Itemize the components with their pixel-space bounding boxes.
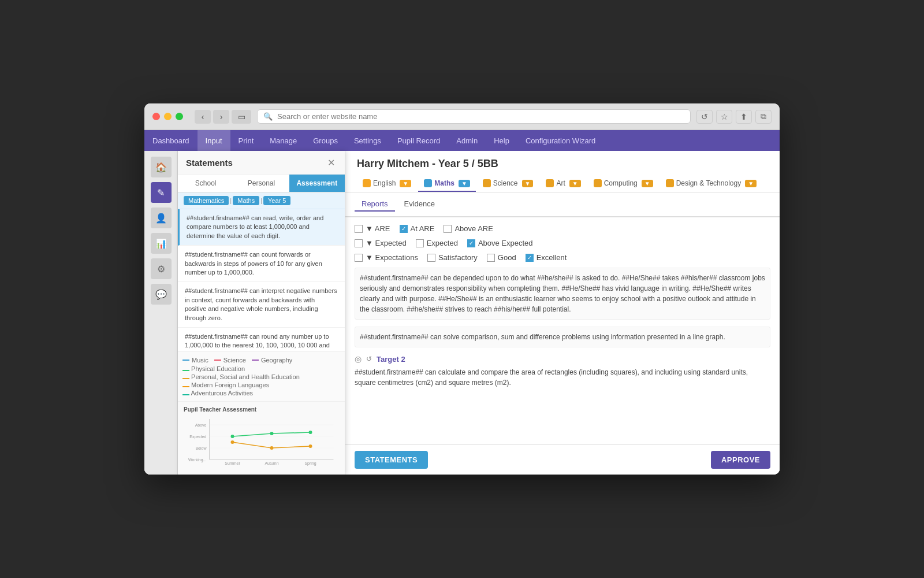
- target-2-text: ##student.firstname## can calculate and …: [355, 367, 770, 388]
- breadcrumb-sep-2: |: [260, 197, 262, 204]
- list-item[interactable]: ##student.firstname## can read, write, o…: [178, 209, 345, 246]
- checkbox-excellent[interactable]: ✓: [526, 254, 534, 262]
- statements-breadcrumb: Mathematics | Maths | Year 5: [178, 192, 345, 209]
- nav-admin[interactable]: Admin: [448, 130, 486, 151]
- science-badge: ▼: [522, 180, 534, 187]
- tab-view-button[interactable]: ▭: [232, 110, 251, 124]
- nav-pupil-record[interactable]: Pupil Record: [389, 130, 448, 151]
- statements-title: Statements: [186, 158, 233, 168]
- are-above: Above ARE: [444, 224, 493, 233]
- science-dot: [483, 179, 491, 187]
- science-label: Science: [493, 179, 518, 187]
- maximize-traffic-light[interactable]: [176, 113, 183, 120]
- breadcrumb-year5[interactable]: Year 5: [263, 196, 290, 205]
- are-below: ▼ ARE: [355, 224, 390, 233]
- subject-tab-maths[interactable]: Maths ▼: [418, 176, 476, 192]
- below-expected-label: ▼ Expected: [366, 239, 407, 247]
- subject-tab-art[interactable]: Art ▼: [540, 176, 586, 192]
- dt-dot: [666, 179, 674, 187]
- sidebar-chart[interactable]: 📊: [151, 233, 172, 254]
- maths-badge: ▼: [459, 180, 470, 187]
- nav-help[interactable]: Help: [486, 130, 517, 151]
- tab-evidence[interactable]: Evidence: [397, 197, 442, 212]
- content-tabs-bar: Reports Evidence: [345, 192, 780, 217]
- forward-button[interactable]: ›: [213, 110, 229, 124]
- target-icon: ◎: [355, 354, 362, 364]
- breadcrumb-maths[interactable]: Mathematics: [184, 196, 229, 205]
- nav-groups[interactable]: Groups: [305, 130, 346, 151]
- close-statements-button[interactable]: ✕: [325, 157, 337, 168]
- above-expected: ✓ Above Expected: [467, 239, 533, 247]
- bookmark-button[interactable]: ☆: [716, 110, 732, 124]
- breadcrumb-maths-sub[interactable]: Maths: [233, 196, 259, 205]
- checkbox-below-expected[interactable]: [355, 239, 363, 247]
- svg-point-17: [309, 444, 312, 448]
- english-dot: [363, 179, 371, 187]
- checkbox-at-are[interactable]: ✓: [400, 225, 408, 233]
- target-refresh-icon: ↺: [366, 355, 372, 363]
- computing-badge: ▼: [642, 180, 653, 187]
- target-2-label: Target 2: [377, 355, 405, 364]
- subject-tab-computing[interactable]: Computing ▼: [588, 176, 659, 192]
- bottom-bar: STATEMENTS APPROVE: [345, 444, 780, 475]
- sidebar-edit[interactable]: ✎: [151, 182, 172, 203]
- statements-list: ##student.firstname## can read, write, o…: [178, 209, 345, 351]
- list-item[interactable]: ##student.firstname## can interpret nega…: [178, 282, 345, 328]
- tab-reports[interactable]: Reports: [355, 197, 395, 212]
- sidebar-home[interactable]: 🏠: [151, 157, 172, 177]
- nav-manage[interactable]: Manage: [262, 130, 305, 151]
- close-traffic-light[interactable]: [152, 113, 160, 120]
- back-button[interactable]: ‹: [195, 110, 211, 124]
- nav-config-wizard[interactable]: Configuration Wizard: [517, 130, 603, 151]
- statements-bottom-list: Music Science Geography Physical Educati…: [178, 351, 345, 401]
- share-button[interactable]: ⬆: [736, 110, 752, 124]
- sidebar-message[interactable]: 💬: [151, 284, 172, 305]
- checkbox-above-are[interactable]: [444, 225, 452, 233]
- statements-button[interactable]: STATEMENTS: [355, 451, 428, 469]
- reload-button[interactable]: ↺: [696, 110, 713, 124]
- approve-button[interactable]: APPROVE: [711, 451, 770, 469]
- below-expectations: ▼ Expectations: [355, 253, 418, 262]
- search-input[interactable]: [277, 112, 684, 121]
- sidebar-settings[interactable]: ⚙: [151, 258, 172, 279]
- computing-dot: [594, 179, 602, 187]
- list-item[interactable]: ##student.firstname## can round any numb…: [178, 328, 345, 351]
- subject-tab-science[interactable]: Science ▼: [477, 176, 539, 192]
- svg-text:Autumn: Autumn: [264, 461, 278, 465]
- dt-badge: ▼: [745, 180, 757, 187]
- nav-print[interactable]: Print: [230, 130, 262, 151]
- bottom-list-row3: Personal, Social and Health Education: [182, 373, 340, 380]
- list-item[interactable]: ##student.firstname## can count forwards…: [178, 246, 345, 282]
- maths-label: Maths: [434, 179, 454, 187]
- tabs-button[interactable]: ⧉: [755, 110, 772, 124]
- address-bar[interactable]: 🔍: [257, 109, 691, 124]
- subject-tab-english[interactable]: English ▼: [357, 176, 417, 192]
- statements-panel: Statements ✕ School Personal Assessment …: [178, 151, 345, 475]
- sidebar-users[interactable]: 👤: [151, 208, 172, 228]
- svg-text:Spring: Spring: [304, 461, 316, 466]
- checkbox-below-expectations[interactable]: [355, 254, 363, 262]
- computing-label: Computing: [604, 179, 638, 187]
- art-badge: ▼: [569, 180, 581, 187]
- tab-personal[interactable]: Personal: [233, 175, 289, 192]
- checkbox-good[interactable]: [487, 254, 495, 262]
- chart-section: Pupil Teacher Assessment Working... Belo…: [178, 401, 345, 475]
- nav-input[interactable]: Input: [198, 130, 230, 151]
- nav-dashboard[interactable]: Dashboard: [144, 130, 198, 151]
- english-badge: ▼: [400, 180, 411, 187]
- minimize-traffic-light[interactable]: [164, 113, 172, 120]
- are-row-2: ▼ Expected Expected ✓ Above Expected: [355, 239, 770, 247]
- subject-tab-geography[interactable]: Geography ▼: [763, 176, 768, 192]
- checkbox-expected[interactable]: [416, 239, 424, 247]
- svg-text:Above: Above: [195, 423, 207, 427]
- tab-assessment[interactable]: Assessment: [289, 175, 345, 192]
- subject-tab-dt[interactable]: Design & Technology ▼: [660, 176, 762, 192]
- tab-school[interactable]: School: [178, 175, 233, 192]
- checkbox-below-are[interactable]: [355, 225, 363, 233]
- checkbox-above-expected[interactable]: ✓: [467, 239, 475, 247]
- nav-settings[interactable]: Settings: [346, 130, 389, 151]
- checkbox-satisfactory[interactable]: [427, 254, 435, 262]
- content-tabs: Reports Evidence: [345, 192, 780, 217]
- pupil-teacher-assessment-chart: Working... Below Expected Above Summer A…: [184, 416, 339, 468]
- browser-nav: ‹ › ▭: [195, 110, 251, 124]
